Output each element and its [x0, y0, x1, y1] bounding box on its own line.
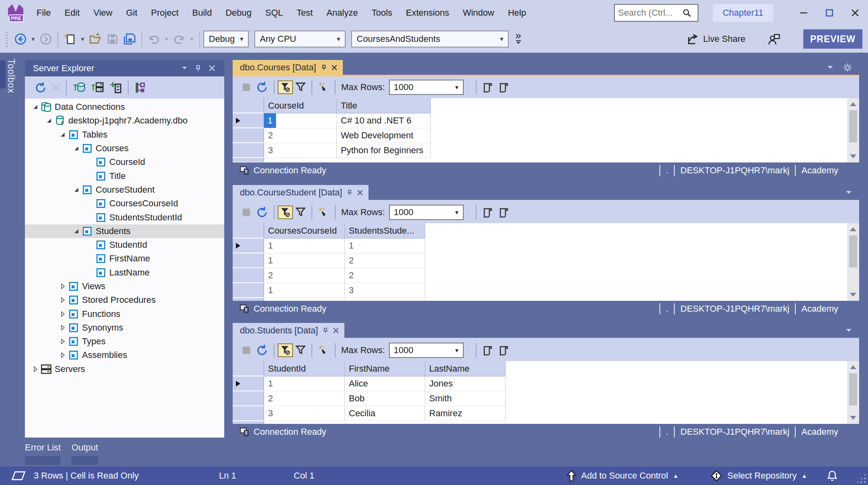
- grid-cell[interactable]: C# 10 and .NET 6: [337, 113, 431, 128]
- vertical-scrollbar[interactable]: [847, 223, 859, 301]
- document-list-chevron-icon[interactable]: [845, 329, 852, 333]
- scroll-down-arrow[interactable]: [850, 293, 856, 297]
- twisty-collapsed-icon[interactable]: [31, 366, 40, 372]
- scroll-up-arrow[interactable]: [850, 365, 856, 369]
- twisty-expanded-icon[interactable]: [72, 146, 81, 151]
- scroll-up-arrow[interactable]: [850, 227, 856, 231]
- twisty-collapsed-icon[interactable]: [58, 339, 68, 344]
- refresh-icon[interactable]: [32, 79, 49, 97]
- object-explorer-hierarchy-icon[interactable]: [132, 79, 149, 97]
- twisty-collapsed-icon[interactable]: [58, 352, 68, 358]
- scrollbar-thumb[interactable]: [849, 110, 857, 142]
- column-header[interactable]: StudentsStude...: [345, 223, 425, 238]
- pin-icon[interactable]: [321, 64, 327, 71]
- wand-icon[interactable]: [315, 341, 332, 359]
- tree-item-firstname[interactable]: FirstName: [25, 252, 224, 265]
- solution-configuration-dropdown[interactable]: Debug▼: [203, 31, 249, 47]
- gear-icon[interactable]: [843, 63, 852, 72]
- tree-item-data-connections[interactable]: Data Connections: [25, 100, 224, 114]
- filter-toggled-button[interactable]: [278, 206, 293, 219]
- column-header[interactable]: CourseId: [264, 98, 337, 113]
- grid-cell[interactable]: 3: [264, 143, 337, 158]
- new-project-caret[interactable]: ▼: [78, 36, 87, 42]
- twisty-collapsed-icon[interactable]: [58, 311, 68, 317]
- document-list-chevron-icon[interactable]: [827, 66, 833, 70]
- tree-item-synonyms[interactable]: Synonyms: [25, 321, 224, 335]
- pin-icon[interactable]: [323, 327, 328, 334]
- tree-item-studentsstudentid[interactable]: StudentsStudentId: [25, 210, 224, 224]
- grid-cell[interactable]: 1: [264, 113, 337, 128]
- pin-icon[interactable]: [191, 60, 205, 76]
- script-icon[interactable]: [496, 341, 512, 359]
- connect-to-database-icon[interactable]: [70, 79, 88, 97]
- row-header[interactable]: [233, 158, 264, 162]
- minimize-button[interactable]: [791, 0, 817, 25]
- search-box[interactable]: [614, 4, 698, 22]
- row-header[interactable]: [233, 376, 264, 391]
- solution-platform-dropdown[interactable]: Any CPU▼: [254, 31, 346, 47]
- menu-project[interactable]: Project: [144, 0, 185, 25]
- row-header[interactable]: [233, 406, 264, 421]
- twisty-expanded-icon[interactable]: [72, 187, 81, 192]
- close-icon[interactable]: [333, 328, 339, 333]
- menu-extensions[interactable]: Extensions: [399, 0, 456, 25]
- close-icon[interactable]: [357, 190, 363, 195]
- column-header[interactable]: LastName: [425, 361, 506, 376]
- wand-icon[interactable]: [315, 78, 332, 96]
- row-header[interactable]: [233, 238, 264, 253]
- stop-icon[interactable]: [239, 341, 254, 359]
- bottom-tab-error-list[interactable]: Error List: [25, 442, 61, 465]
- row-header[interactable]: [233, 283, 264, 298]
- row-header[interactable]: [233, 421, 264, 424]
- open-file-button[interactable]: [87, 30, 104, 48]
- menu-help[interactable]: Help: [501, 0, 533, 25]
- menu-analyze[interactable]: Analyze: [319, 0, 364, 25]
- close-icon[interactable]: [332, 65, 337, 70]
- toolbar-overflow-button[interactable]: [515, 34, 522, 44]
- add-server-icon[interactable]: [107, 79, 125, 97]
- filter-toggled-button[interactable]: [278, 80, 293, 94]
- close-icon[interactable]: [205, 60, 219, 76]
- sidebar-tab-toolbox[interactable]: Toolbox: [6, 59, 16, 93]
- tree-item-views[interactable]: Views: [25, 279, 224, 293]
- script-icon[interactable]: [496, 203, 512, 221]
- scrollbar-thumb[interactable]: [849, 235, 857, 267]
- grid-cell[interactable]: 2: [264, 268, 345, 283]
- menu-edit[interactable]: Edit: [57, 0, 86, 25]
- menu-tools[interactable]: Tools: [365, 0, 399, 25]
- row-header[interactable]: [233, 143, 264, 158]
- tree-item-servers[interactable]: Servers: [25, 362, 224, 376]
- refresh-icon[interactable]: [254, 78, 270, 96]
- twisty-expanded-icon[interactable]: [31, 105, 40, 109]
- select-repository-button[interactable]: Select Repository ▲: [710, 470, 807, 482]
- grid-cell[interactable]: 2: [345, 253, 425, 268]
- grid-cell[interactable]: 1: [264, 283, 345, 298]
- vertical-scrollbar[interactable]: [847, 98, 859, 162]
- twisty-collapsed-icon[interactable]: [58, 284, 68, 289]
- notifications-bell-icon[interactable]: [827, 470, 837, 482]
- scroll-down-arrow[interactable]: [850, 416, 856, 420]
- tree-item-studentid[interactable]: StudentId: [25, 238, 224, 252]
- row-header[interactable]: [233, 253, 264, 268]
- grid-cell[interactable]: Web Development: [337, 128, 431, 143]
- tree-item-lastname[interactable]: LastName: [25, 266, 224, 279]
- script-icon[interactable]: [480, 203, 496, 221]
- tree-item-types[interactable]: Types: [25, 335, 224, 348]
- tree-item-stored-procedures[interactable]: Stored Procedures: [25, 293, 224, 307]
- menu-build[interactable]: Build: [185, 0, 219, 25]
- scroll-down-arrow[interactable]: [850, 154, 856, 158]
- filter-toggled-button[interactable]: [278, 343, 293, 357]
- selected-cell[interactable]: 1: [264, 113, 276, 128]
- document-tab[interactable]: dbo.Courses [Data]: [233, 60, 343, 75]
- tree-item-tables[interactable]: Tables: [25, 128, 224, 142]
- preview-button[interactable]: PREVIEW: [803, 29, 862, 49]
- grid-cell[interactable]: Python for Beginners: [337, 143, 431, 158]
- script-icon[interactable]: [496, 78, 512, 96]
- grid-cell[interactable]: Cecilia: [345, 406, 425, 421]
- tree-item-coursestudent[interactable]: CourseStudent: [25, 183, 224, 197]
- menu-sql[interactable]: SQL: [258, 0, 290, 25]
- refresh-icon[interactable]: [254, 341, 270, 359]
- grid-cell[interactable]: 1: [264, 376, 345, 391]
- twisty-collapsed-icon[interactable]: [58, 325, 68, 331]
- menu-git[interactable]: Git: [119, 0, 144, 25]
